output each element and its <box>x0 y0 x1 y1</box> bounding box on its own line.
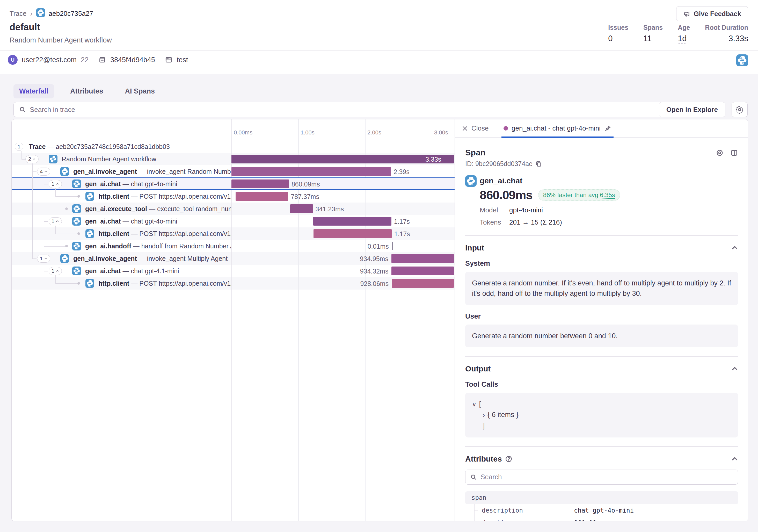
span-row[interactable]: http.client — POST https://api.openai.co… <box>12 228 455 240</box>
span-bar[interactable] <box>231 167 391 176</box>
project-name[interactable]: test <box>177 56 188 64</box>
breadcrumb-trace-link[interactable]: Trace <box>10 10 27 18</box>
span-row[interactable]: http.client — POST https://api.openai.co… <box>12 277 455 290</box>
duration-comparison-badge: 86% faster than avg 6.35s <box>538 189 620 201</box>
chevron-down-icon[interactable]: ∨ <box>472 399 477 409</box>
tokens-label: Tokens <box>480 218 509 226</box>
span-duration-label: 0.01ms <box>351 243 389 250</box>
attribute-value: 860.09 <box>574 519 597 521</box>
attribute-group-span[interactable]: span <box>465 491 738 504</box>
breadcrumb: Trace › aeb20c735a27 <box>10 8 93 19</box>
focus-target-icon[interactable] <box>716 149 724 157</box>
span-label: gen_ai.invoke_agent — invoke_agent Rando… <box>73 168 231 175</box>
tool-calls-label: Tool Calls <box>465 380 738 388</box>
user-email[interactable]: user22@test.com <box>22 56 77 64</box>
span-duration-label: 2.39s <box>394 168 410 176</box>
span-duration-label: 3.33s <box>425 156 441 163</box>
help-icon[interactable] <box>505 455 512 463</box>
python-icon <box>86 279 94 289</box>
avg-duration-value[interactable]: 6.35s <box>600 192 615 199</box>
span-duration-label: 928.06ms <box>337 280 389 288</box>
collapsed-object[interactable]: { 6 items } <box>488 409 519 420</box>
search-icon <box>19 106 26 113</box>
pin-icon[interactable] <box>604 125 611 132</box>
user-count: 22 <box>81 56 88 64</box>
copy-icon[interactable] <box>535 160 542 167</box>
span-row[interactable]: gen_ai.execute_tool — execute_tool rando… <box>12 202 455 215</box>
settings-button[interactable] <box>732 102 748 117</box>
span-row[interactable]: gen_ai.handoff — handoff from Random Num… <box>12 240 455 252</box>
children-count-badge[interactable]: 1 <box>37 255 50 263</box>
section-divider <box>465 235 738 236</box>
attribute-key: description <box>482 507 523 514</box>
page-title: default <box>10 22 40 33</box>
attribute-row[interactable]: duration860.09 <box>465 517 738 521</box>
summary-guide-line <box>471 190 471 226</box>
span-row[interactable]: 1gen_ai.chat — chat gpt-4o-mini1.17s <box>12 215 455 228</box>
span-bar[interactable] <box>392 254 454 263</box>
close-detail-button[interactable]: Close <box>462 124 489 132</box>
axis-tick: 2.00s <box>367 129 381 136</box>
tab-waterfall[interactable]: Waterfall <box>14 84 54 98</box>
stat-age: Age1d <box>678 24 690 43</box>
release-id[interactable]: 3845f4d94b45 <box>110 56 155 64</box>
python-icon <box>36 8 45 19</box>
span-row[interactable]: 2Random Number Agent workflow3.33s <box>12 153 455 165</box>
side-panel-icon[interactable] <box>730 149 738 157</box>
chevron-up-icon[interactable] <box>731 244 738 251</box>
span-section-title: Span <box>465 148 716 158</box>
attributes-search-input[interactable] <box>480 473 733 481</box>
attribute-row[interactable]: descriptionchat gpt-4o-mini <box>465 504 738 517</box>
user-label: User <box>465 312 738 320</box>
attributes-search[interactable] <box>465 470 738 484</box>
span-bar[interactable] <box>313 217 392 226</box>
span-row[interactable]: http.client — POST https://api.openai.co… <box>12 190 455 202</box>
python-icon <box>49 155 57 164</box>
span-row[interactable]: 1Trace — aeb20c735a2748c1958a71cd8a1dbb0… <box>12 140 455 153</box>
python-icon <box>86 229 94 239</box>
trace-search-input[interactable] <box>30 106 664 114</box>
children-count-badge[interactable]: 2 <box>25 155 39 163</box>
span-bar[interactable] <box>392 279 454 288</box>
span-id: ID: 9bc29065dd0374ae <box>465 160 533 167</box>
detail-body: Span ID: 9bc29065dd0374ae gen_ai.chat <box>455 148 748 521</box>
time-axis: 0.00ms1.00s2.00s3.00s <box>12 120 455 138</box>
trace-search-bar[interactable] <box>14 102 669 117</box>
tab-attributes[interactable]: Attributes <box>64 84 109 98</box>
stat-spans: Spans11 <box>643 24 663 43</box>
tab-ai-spans[interactable]: AI Spans <box>119 84 161 98</box>
chevron-up-icon[interactable] <box>731 366 738 372</box>
python-icon <box>72 180 81 189</box>
children-count-badge[interactable]: 1 <box>49 267 62 275</box>
chevron-up-icon[interactable] <box>731 456 738 462</box>
span-bar[interactable] <box>392 266 454 275</box>
children-count-badge[interactable]: 1 <box>49 180 62 188</box>
span-bar[interactable] <box>314 229 392 238</box>
model-value: gpt-4o-mini <box>509 206 543 214</box>
open-in-explore-button[interactable]: Open in Explore <box>659 102 725 117</box>
attribute-value: chat gpt-4o-mini <box>574 507 634 514</box>
python-icon <box>465 175 477 188</box>
model-label: Model <box>480 206 509 214</box>
children-count-badge[interactable]: 1 <box>15 143 23 151</box>
span-bar[interactable] <box>231 155 454 163</box>
span-summary: gen_ai.chat 860.09ms 86% faster than avg… <box>465 175 738 226</box>
span-detail-panel: Close gen_ai.chat - chat gpt-4o-mini Spa… <box>455 120 748 521</box>
give-feedback-button[interactable]: Give Feedback <box>676 6 748 21</box>
span-row[interactable]: 1gen_ai.invoke_agent — invoke_agent Mult… <box>12 252 455 265</box>
span-bar-tick[interactable] <box>392 242 393 250</box>
detail-tab-span[interactable]: gen_ai.chat - chat gpt-4o-mini <box>501 120 613 137</box>
span-row[interactable]: 4gen_ai.invoke_agent — invoke_agent Rand… <box>12 165 455 178</box>
span-row[interactable]: 1gen_ai.chat — chat gpt-4.1-mini934.32ms <box>12 265 455 277</box>
span-bar[interactable] <box>236 192 288 201</box>
page-header: Trace › aeb20c735a27 Give Feedback defau… <box>0 0 758 74</box>
span-bar[interactable] <box>231 180 289 188</box>
attributes-section-title: Attributes <box>465 454 502 463</box>
span-row[interactable]: 1gen_ai.chat — chat gpt-4o-mini860.09ms <box>12 178 455 190</box>
python-icon <box>60 167 69 177</box>
span-duration-label: 787.37ms <box>291 193 319 200</box>
children-count-badge[interactable]: 1 <box>49 217 62 225</box>
children-count-badge[interactable]: 4 <box>37 167 50 176</box>
chevron-right-icon[interactable]: › <box>483 410 485 420</box>
span-bar[interactable] <box>290 204 313 213</box>
